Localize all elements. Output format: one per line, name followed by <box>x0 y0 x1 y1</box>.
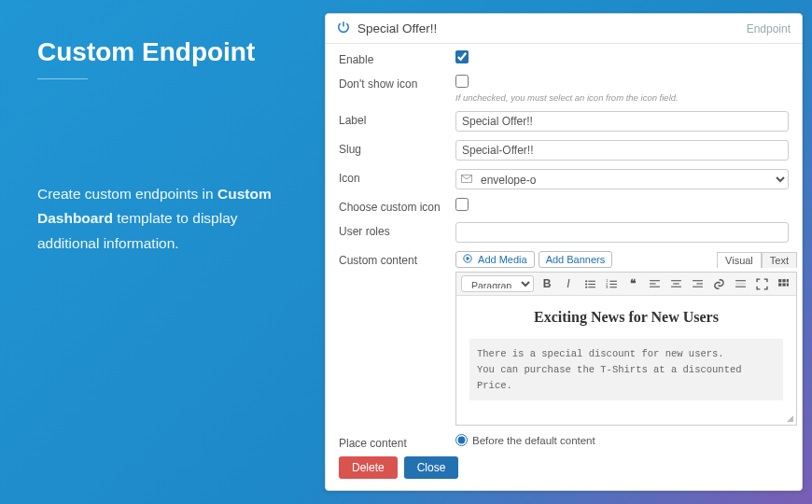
place-before-option[interactable]: Before the default content <box>455 434 789 446</box>
dont-show-icon-hint: If unchecked, you must select an icon fr… <box>455 92 789 103</box>
dialog-footer: Delete Close <box>326 449 802 490</box>
svg-rect-15 <box>650 283 656 284</box>
editor-heading: Exciting News for New Users <box>469 309 783 326</box>
svg-rect-25 <box>735 286 746 287</box>
svg-rect-10 <box>609 287 617 287</box>
svg-rect-24 <box>735 283 746 284</box>
svg-rect-22 <box>693 286 703 287</box>
insert-more-icon[interactable] <box>732 275 749 292</box>
close-button[interactable]: Close <box>404 456 459 479</box>
slug-input[interactable] <box>455 140 789 161</box>
dialog-header: Special Offer!! Endpoint <box>326 14 802 44</box>
editor-canvas[interactable]: Exciting News for New Users There is a s… <box>456 296 796 413</box>
svg-rect-30 <box>782 283 785 286</box>
svg-rect-20 <box>693 280 703 281</box>
svg-rect-26 <box>778 279 781 282</box>
editor-body: There is a special discount for new user… <box>469 339 783 400</box>
page-description: Create custom endpoints in Custom Dashbo… <box>37 182 297 256</box>
heading-divider <box>37 78 88 79</box>
svg-rect-31 <box>786 283 788 286</box>
icon-label: Icon <box>339 169 455 185</box>
media-icon <box>463 254 475 265</box>
place-before-radio[interactable] <box>455 434 468 446</box>
svg-rect-8 <box>609 280 617 281</box>
power-icon <box>337 21 350 36</box>
svg-point-2 <box>585 280 587 282</box>
blockquote-icon[interactable]: ❝ <box>624 275 641 292</box>
tab-visual[interactable]: Visual <box>717 252 762 268</box>
bullet-list-icon[interactable] <box>581 275 598 292</box>
add-media-button[interactable]: Add Media <box>455 251 535 268</box>
content-editor: Paragraph B I 123 ❝ <box>455 272 797 426</box>
endpoint-dialog: Special Offer!! Endpoint Enable Don't sh… <box>325 13 803 491</box>
svg-rect-3 <box>588 280 595 281</box>
custom-content-label: Custom content <box>339 251 455 267</box>
dialog-body: Enable Don't show icon If unchecked, you… <box>326 44 802 449</box>
delete-button[interactable]: Delete <box>339 456 398 479</box>
align-right-icon[interactable] <box>689 275 706 292</box>
svg-rect-9 <box>609 283 617 284</box>
icon-select[interactable]: envelope-o <box>455 169 789 189</box>
editor-toolbar: Paragraph B I 123 ❝ <box>456 273 796 296</box>
svg-rect-28 <box>786 279 788 282</box>
svg-rect-17 <box>671 280 681 281</box>
tab-text[interactable]: Text <box>762 252 797 268</box>
svg-rect-14 <box>650 280 660 281</box>
choose-custom-icon-label: Choose custom icon <box>339 198 455 214</box>
marketing-sidebar: Custom Endpoint Create custom endpoints … <box>0 0 325 504</box>
svg-rect-5 <box>588 283 595 284</box>
page-heading: Custom Endpoint <box>37 37 297 67</box>
user-roles-label: User roles <box>339 222 455 238</box>
resize-handle-icon[interactable]: ◢ <box>456 413 796 425</box>
svg-rect-19 <box>671 286 681 287</box>
fullscreen-icon[interactable] <box>753 275 770 292</box>
add-banners-button[interactable]: Add Banners <box>539 251 613 268</box>
numbered-list-icon[interactable]: 123 <box>603 275 620 292</box>
user-roles-input[interactable] <box>455 222 789 243</box>
svg-point-4 <box>585 283 587 285</box>
place-content-label: Place content <box>339 434 455 449</box>
choose-custom-icon-checkbox[interactable] <box>455 198 469 211</box>
svg-rect-29 <box>778 283 781 286</box>
svg-rect-16 <box>650 286 660 287</box>
dont-show-icon-checkbox[interactable] <box>455 75 469 88</box>
paragraph-select[interactable]: Paragraph <box>461 275 534 292</box>
toolbar-toggle-icon[interactable] <box>775 275 791 292</box>
italic-icon[interactable]: I <box>560 275 577 292</box>
svg-point-6 <box>585 286 587 287</box>
svg-text:3: 3 <box>606 284 609 288</box>
dont-show-icon-label: Don't show icon <box>339 75 455 91</box>
dialog-title: Special Offer!! <box>357 21 437 35</box>
bold-icon[interactable]: B <box>539 275 555 292</box>
align-center-icon[interactable] <box>667 275 684 292</box>
svg-rect-18 <box>673 283 679 284</box>
label-input[interactable] <box>455 111 789 132</box>
dialog-type-label: Endpoint <box>747 22 791 35</box>
enable-checkbox[interactable] <box>455 50 469 63</box>
svg-rect-23 <box>735 280 746 281</box>
link-icon[interactable] <box>710 275 727 292</box>
enable-label: Enable <box>339 50 455 66</box>
align-left-icon[interactable] <box>646 275 663 292</box>
svg-rect-7 <box>588 287 595 287</box>
slug-label: Slug <box>339 140 455 156</box>
svg-rect-21 <box>696 283 703 284</box>
label-label: Label <box>339 111 455 127</box>
svg-rect-27 <box>782 279 785 282</box>
